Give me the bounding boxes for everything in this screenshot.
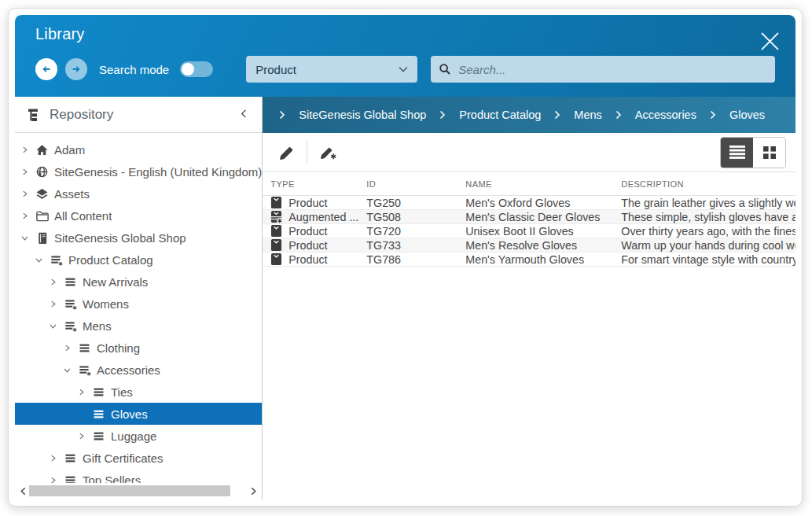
type-label: Product <box>288 239 327 252</box>
back-button[interactable] <box>35 58 57 80</box>
column-header-type[interactable]: TYPE <box>263 179 358 189</box>
augmented-product-icon <box>270 210 282 223</box>
product-icon <box>270 238 282 252</box>
search-box <box>431 56 775 83</box>
results-table: TYPE ID NAME DESCRIPTION ProductTG250Men… <box>263 172 795 499</box>
tree-item-clothing[interactable]: Clothing <box>15 337 262 359</box>
tree-item-product-catalog[interactable]: Product Catalog <box>15 249 262 271</box>
tree-item-assets[interactable]: Assets <box>15 182 262 205</box>
close-button[interactable] <box>756 28 783 54</box>
table-row-tg250[interactable]: ProductTG250Men's Oxford GlovesThe grain… <box>263 196 795 210</box>
scroll-left-icon[interactable] <box>17 487 29 496</box>
tree-item-sitegenesis-global-shop[interactable]: SiteGenesis Global Shop <box>15 227 262 249</box>
cell-description: These simple, stylish gloves have a gre.… <box>613 211 795 223</box>
tree-item-gloves[interactable]: Gloves <box>15 403 262 425</box>
app-body: Repository AdamSiteGenesis - English (Un… <box>15 97 795 499</box>
list-icon <box>77 341 91 355</box>
scroll-right-icon[interactable] <box>248 487 259 496</box>
tree-item-adam[interactable]: Adam <box>15 138 262 160</box>
table-row-tg733[interactable]: ProductTG733Men's Resolve GlovesWarm up … <box>263 238 795 252</box>
edit-attributes-button[interactable] <box>315 140 340 165</box>
search-mode-label: Search mode <box>99 63 169 76</box>
chevron-right-icon[interactable] <box>76 388 86 396</box>
chevron-expanded-icon[interactable] <box>20 234 29 242</box>
type-select[interactable]: Product <box>246 56 417 83</box>
toggle-knob <box>182 63 194 76</box>
breadcrumb-chevron-icon <box>554 110 560 120</box>
scrollbar-thumb[interactable] <box>29 485 230 496</box>
cell-type: Product <box>263 224 358 238</box>
edit-button[interactable] <box>274 140 299 165</box>
breadcrumb-chevron-icon <box>279 110 285 120</box>
chevron-right-icon[interactable] <box>62 344 72 352</box>
search-mode-toggle[interactable] <box>180 61 213 77</box>
tree-item-womens[interactable]: Womens <box>15 293 262 315</box>
tree-item-sitegenesis-english-united-kingdom[interactable]: SiteGenesis - English (United Kingdom) <box>15 160 262 182</box>
chevron-right-icon[interactable] <box>20 190 29 198</box>
close-icon <box>759 31 781 52</box>
tree-item-label: Gift Certificates <box>83 452 164 465</box>
chevron-expanded-icon[interactable] <box>62 366 72 374</box>
chevron-right-icon[interactable] <box>76 432 86 440</box>
tree-item-label: Ties <box>111 385 133 399</box>
tree-item-label: Gloves <box>111 407 148 421</box>
column-header-description[interactable]: DESCRIPTION <box>613 179 795 189</box>
breadcrumb-item-sitegenesis-global-shop[interactable]: SiteGenesis Global Shop <box>299 109 426 121</box>
breadcrumb-item-product-catalog[interactable]: Product Catalog <box>459 109 541 121</box>
tree-item-new-arrivals[interactable]: New Arrivals <box>15 271 262 293</box>
chevron-right-icon[interactable] <box>20 146 29 154</box>
chevron-expanded-icon[interactable] <box>34 256 43 264</box>
tree-item-luggage[interactable]: Luggage <box>15 425 262 447</box>
chevron-right-icon[interactable] <box>20 212 29 220</box>
forward-button[interactable] <box>65 58 87 80</box>
tree-item-ties[interactable]: Ties <box>15 381 262 403</box>
scrollbar-track[interactable] <box>29 485 248 496</box>
tree-item-label: Clothing <box>97 341 140 355</box>
breadcrumb-item-accessories[interactable]: Accessories <box>635 109 696 121</box>
column-header-id[interactable]: ID <box>358 179 457 189</box>
tree-item-mens[interactable]: Mens <box>15 315 262 337</box>
table-row-tg786[interactable]: ProductTG786Men's Yarmouth GlovesFor sma… <box>263 252 795 267</box>
chevron-expanded-icon[interactable] <box>48 322 57 330</box>
chevron-right-icon[interactable] <box>20 168 29 176</box>
breadcrumb-chevron-icon <box>439 110 446 120</box>
sidebar-collapse-button[interactable] <box>236 105 252 124</box>
tree-item-label: Adam <box>54 143 85 157</box>
chevron-right-icon[interactable] <box>48 476 57 484</box>
list-star-icon <box>63 297 77 311</box>
tree-item-label: Accessories <box>97 363 160 377</box>
search-input[interactable] <box>457 62 767 77</box>
sidebar-title: Repository <box>50 107 113 123</box>
tree-item-label: Mens <box>83 319 112 333</box>
grid-view-button[interactable] <box>753 138 785 168</box>
chevron-right-icon[interactable] <box>48 454 57 463</box>
sidebar-header: Repository <box>15 97 262 133</box>
list-icon <box>63 275 77 289</box>
list-icon <box>91 385 105 399</box>
tree-item-all-content[interactable]: All Content <box>15 205 262 227</box>
tree-item-accessories[interactable]: Accessories <box>15 359 262 381</box>
cell-name: Men's Classic Deer Gloves <box>457 211 613 223</box>
main-panel: SiteGenesis Global ShopProduct CatalogMe… <box>263 97 795 499</box>
breadcrumb-chevron-icon <box>710 110 716 120</box>
cell-name: Men's Yarmouth Gloves <box>457 253 613 266</box>
product-icon <box>270 252 282 266</box>
column-header-name[interactable]: NAME <box>457 179 613 189</box>
cell-type: Product <box>263 196 358 209</box>
chevron-right-icon[interactable] <box>48 300 57 308</box>
folder-icon <box>35 209 49 223</box>
cell-name: Unisex Boot II Gloves <box>457 225 613 238</box>
tree-item-gift-certificates[interactable]: Gift Certificates <box>15 447 262 469</box>
tree-item-top-sellers[interactable]: Top Sellers <box>15 469 262 483</box>
chevron-right-icon[interactable] <box>48 278 57 286</box>
repository-icon <box>26 107 42 123</box>
sidebar-horizontal-scrollbar <box>17 485 259 497</box>
table-row-tg508[interactable]: Augmented ...TG508Men's Classic Deer Glo… <box>263 210 795 224</box>
list-view-button[interactable] <box>721 138 753 168</box>
breadcrumb-item-gloves[interactable]: Gloves <box>729 109 765 121</box>
cell-type: Product <box>263 238 358 252</box>
cell-description: The grain leather gives a slightly worn … <box>613 197 795 209</box>
tree-item-label: All Content <box>54 209 112 223</box>
breadcrumb-item-mens[interactable]: Mens <box>574 109 601 121</box>
table-row-tg720[interactable]: ProductTG720Unisex Boot II GlovesOver th… <box>263 224 795 238</box>
